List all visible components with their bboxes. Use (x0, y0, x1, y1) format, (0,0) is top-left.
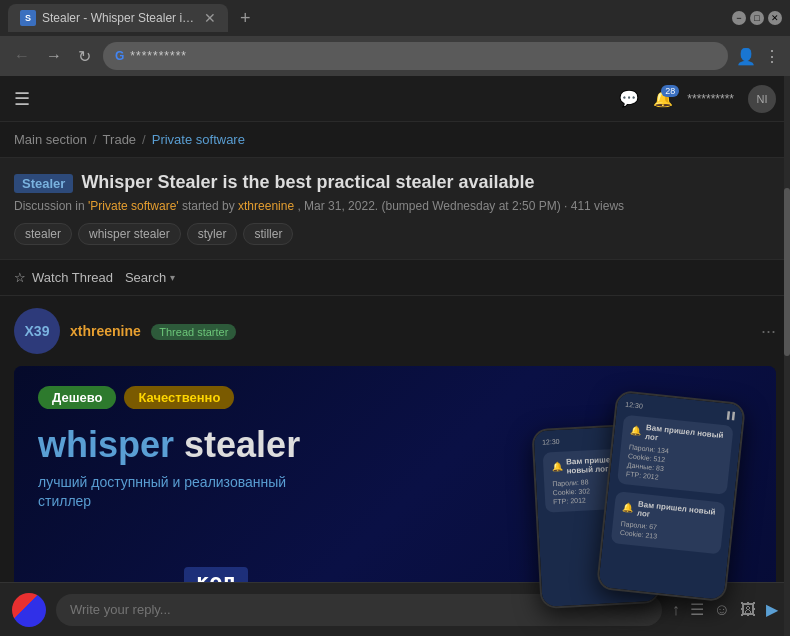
watch-label: Watch Thread (32, 270, 113, 285)
phone-1: 12:30▐▐ 🔔 Вам пришел новый лог Пароли: 1… (596, 390, 746, 602)
image-icon[interactable]: 🖼 (740, 601, 756, 619)
notif-card-2: 🔔 Вам пришел новый лог Пароли: 67Cookie:… (611, 492, 726, 554)
ad-subtitle-line1: лучший доступнный и реализованный (38, 474, 286, 490)
browser-tab[interactable]: S Stealer - Whisper Stealer is the b... … (8, 4, 228, 32)
thread-title-row: Stealer Whisper Stealer is the best prac… (14, 172, 776, 193)
meta-date: , Mar 31, 2022. (297, 199, 378, 213)
tag-styler[interactable]: styler (187, 223, 238, 245)
close-button[interactable]: ✕ (768, 11, 782, 25)
post-author[interactable]: xthreenine (70, 323, 141, 339)
meta-bumped: (bumped Wednesday at 2:50 PM) (381, 199, 560, 213)
phone-screen-1: 12:30▐▐ 🔔 Вам пришел новый лог Пароли: 1… (598, 392, 744, 600)
list-icon[interactable]: ☰ (690, 600, 704, 619)
thread-starter-badge: Thread starter (151, 324, 236, 340)
address-text: ********** (130, 49, 187, 63)
chat-icon[interactable]: 💬 (619, 89, 639, 108)
address-bar[interactable]: G ********** (103, 42, 728, 70)
meta-started: started by (182, 199, 238, 213)
breadcrumb-private[interactable]: Private software (152, 132, 245, 147)
reload-button[interactable]: ↻ (74, 43, 95, 70)
window-controls: − □ ✕ (732, 11, 782, 25)
minimize-button[interactable]: − (732, 11, 746, 25)
notif-bell-3: 🔔 (551, 462, 563, 473)
notification-bell-icon[interactable]: 🔔 28 (653, 89, 673, 108)
new-tab-button[interactable]: + (240, 8, 251, 29)
breadcrumb-trade[interactable]: Trade (103, 132, 136, 147)
thread-title: Whisper Stealer is the best practical st… (81, 172, 534, 193)
watch-thread-button[interactable]: ☆ Watch Thread (14, 270, 113, 285)
browser-toolbar: ← → ↻ G ********** 👤 ⋮ (0, 36, 790, 76)
back-button[interactable]: ← (10, 43, 34, 69)
hamburger-menu[interactable]: ☰ (14, 88, 30, 110)
scrollbar[interactable] (784, 76, 790, 636)
page-content: ☰ 💬 🔔 28 ********** NI Main section / Tr… (0, 76, 790, 636)
tab-close-button[interactable]: ✕ (204, 10, 216, 26)
meta-text: Discussion in (14, 199, 88, 213)
toolbar-icons: 👤 ⋮ (736, 47, 780, 66)
thread-prefix: Stealer (14, 174, 73, 193)
notif-bell-1: 🔔 (630, 425, 642, 436)
meta-link[interactable]: 'Private software' (88, 199, 179, 213)
post-avatar: X39 (14, 308, 60, 354)
browser-titlebar: S Stealer - Whisper Stealer is the b... … (0, 0, 790, 36)
tab-title: Stealer - Whisper Stealer is the b... (42, 11, 198, 25)
search-label: Search (125, 270, 166, 285)
arrow-up-icon[interactable]: ↑ (672, 601, 680, 619)
reply-avatar (12, 593, 46, 627)
badge-quality: Качественно (124, 386, 234, 409)
post-author-block: xthreenine Thread starter (70, 322, 236, 340)
post-options-button[interactable]: ··· (761, 321, 776, 342)
meta-author[interactable]: xthreenine (238, 199, 294, 213)
notif-bell-2: 🔔 (622, 502, 634, 513)
reply-avatar-image (12, 593, 46, 627)
breadcrumb-sep-2: / (142, 132, 146, 147)
notif-body-1: Пароли: 134Cookie: 512Данные: 83FTP: 201… (626, 442, 723, 488)
browser-chrome: S Stealer - Whisper Stealer is the b... … (0, 0, 790, 76)
google-icon: G (115, 49, 124, 63)
breadcrumb-sep-1: / (93, 132, 97, 147)
tag-whisper-stealer[interactable]: whisper stealer (78, 223, 181, 245)
browser-favicon: S (20, 10, 36, 26)
breadcrumb: Main section / Trade / Private software (0, 122, 790, 157)
thread-header: Stealer Whisper Stealer is the best prac… (0, 157, 790, 260)
badge-cheap: Дешево (38, 386, 116, 409)
tags-container: stealer whisper stealer styler stiller (14, 223, 776, 245)
scrollbar-thumb[interactable] (784, 188, 790, 356)
maximize-button[interactable]: □ (750, 11, 764, 25)
send-button[interactable]: ▶ (766, 600, 778, 619)
reply-icons: ↑ ☰ ☺ 🖼 ▶ (672, 600, 778, 619)
thread-meta: Discussion in 'Private software' started… (14, 199, 776, 213)
menu-icon[interactable]: ⋮ (764, 47, 780, 66)
ad-title-stealer: stealer (174, 424, 300, 465)
breadcrumb-main[interactable]: Main section (14, 132, 87, 147)
tag-stiller[interactable]: stiller (243, 223, 293, 245)
ad-subtitle-line2: стиллер (38, 493, 91, 509)
forward-button[interactable]: → (42, 43, 66, 69)
notification-badge: 28 (661, 85, 679, 97)
meta-views: · 411 views (564, 199, 624, 213)
notif-card-1: 🔔 Вам пришел новый лог Пароли: 134Cookie… (617, 415, 734, 495)
post-header: X39 xthreenine Thread starter ··· (14, 308, 776, 354)
chevron-down-icon: ▾ (170, 272, 175, 283)
search-button[interactable]: Search ▾ (125, 270, 175, 285)
ad-title-whisper: whisper (38, 424, 174, 465)
nav-username[interactable]: ********** (687, 92, 734, 106)
star-icon: ☆ (14, 270, 26, 285)
account-icon[interactable]: 👤 (736, 47, 756, 66)
tag-stealer[interactable]: stealer (14, 223, 72, 245)
nav-right: 💬 🔔 28 ********** NI (619, 85, 776, 113)
nav-avatar[interactable]: NI (748, 85, 776, 113)
top-nav: ☰ 💬 🔔 28 ********** NI (0, 76, 790, 122)
emoji-icon[interactable]: ☺ (714, 601, 730, 619)
thread-toolbar: ☆ Watch Thread Search ▾ (0, 260, 790, 296)
